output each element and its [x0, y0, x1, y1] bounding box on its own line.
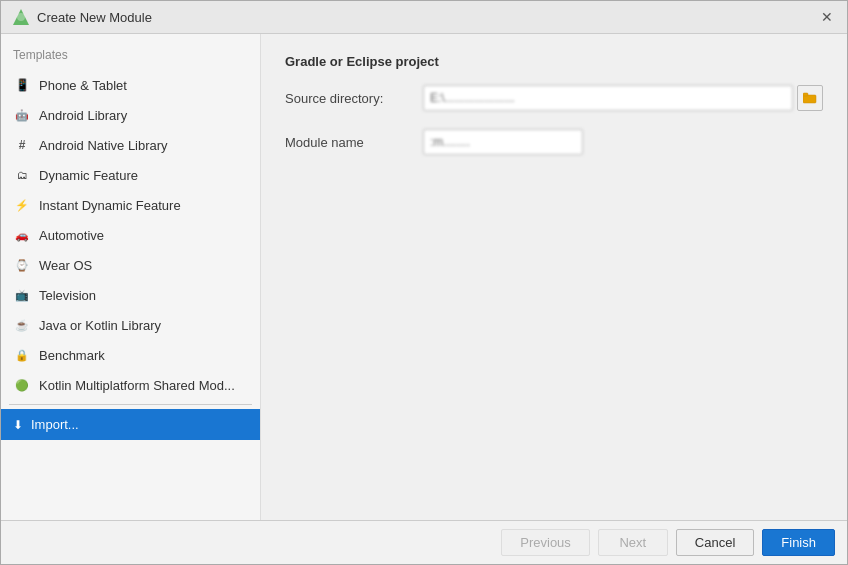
sidebar-separator: [9, 404, 252, 405]
sidebar-item-label: Kotlin Multiplatform Shared Mod...: [39, 378, 235, 393]
next-button[interactable]: Next: [598, 529, 668, 556]
sidebar-item-kotlin-multiplatform[interactable]: Kotlin Multiplatform Shared Mod...: [1, 370, 260, 400]
sidebar-item-java-kotlin[interactable]: Java or Kotlin Library: [1, 310, 260, 340]
java-icon: [13, 316, 31, 334]
source-directory-label: Source directory:: [285, 91, 415, 106]
tv-icon: [13, 286, 31, 304]
section-title: Gradle or Eclipse project: [285, 54, 823, 69]
close-button[interactable]: ✕: [817, 8, 837, 26]
native-icon: [13, 136, 31, 154]
phone-icon: [13, 76, 31, 94]
previous-button[interactable]: Previous: [501, 529, 590, 556]
benchmark-icon: [13, 346, 31, 364]
browse-button[interactable]: [797, 85, 823, 111]
sidebar: Templates Phone & Tablet Android Library…: [1, 34, 261, 520]
sidebar-item-label: Wear OS: [39, 258, 92, 273]
titlebar: Create New Module ✕: [1, 1, 847, 34]
sidebar-item-label: Television: [39, 288, 96, 303]
source-directory-input[interactable]: [423, 85, 793, 111]
sidebar-item-automotive[interactable]: Automotive: [1, 220, 260, 250]
sidebar-item-android-library[interactable]: Android Library: [1, 100, 260, 130]
module-name-row: Module name: [285, 129, 823, 155]
sidebar-item-instant-dynamic[interactable]: Instant Dynamic Feature: [1, 190, 260, 220]
sidebar-item-android-native[interactable]: Android Native Library: [1, 130, 260, 160]
finish-button[interactable]: Finish: [762, 529, 835, 556]
footer: Previous Next Cancel Finish: [1, 520, 847, 564]
sidebar-item-benchmark[interactable]: Benchmark: [1, 340, 260, 370]
sidebar-item-label: Automotive: [39, 228, 104, 243]
sidebar-item-phone-tablet[interactable]: Phone & Tablet: [1, 70, 260, 100]
sidebar-item-label: Phone & Tablet: [39, 78, 127, 93]
main-panel: Gradle or Eclipse project Source directo…: [261, 34, 847, 520]
sidebar-item-wear-os[interactable]: Wear OS: [1, 250, 260, 280]
templates-label: Templates: [1, 34, 260, 70]
sidebar-item-label: Benchmark: [39, 348, 105, 363]
folder-icon: [803, 92, 817, 104]
content-area: Templates Phone & Tablet Android Library…: [1, 34, 847, 520]
sidebar-item-label: Android Library: [39, 108, 127, 123]
sidebar-item-label: Java or Kotlin Library: [39, 318, 161, 333]
import-icon: [13, 417, 23, 432]
kotlin-icon: [13, 376, 31, 394]
instant-icon: [13, 196, 31, 214]
sidebar-item-import[interactable]: Import...: [1, 409, 260, 440]
dynamic-icon: [13, 166, 31, 184]
dialog-title: Create New Module: [37, 10, 152, 25]
sidebar-item-label: Dynamic Feature: [39, 168, 138, 183]
auto-icon: [13, 226, 31, 244]
import-label: Import...: [31, 417, 79, 432]
dialog: Create New Module ✕ Templates Phone & Ta…: [0, 0, 848, 565]
sidebar-item-label: Instant Dynamic Feature: [39, 198, 181, 213]
wear-icon: [13, 256, 31, 274]
svg-rect-3: [803, 93, 808, 96]
svg-point-1: [17, 13, 25, 21]
module-name-label: Module name: [285, 135, 415, 150]
sidebar-item-dynamic-feature[interactable]: Dynamic Feature: [1, 160, 260, 190]
cancel-button[interactable]: Cancel: [676, 529, 754, 556]
source-directory-input-group: [423, 85, 823, 111]
sidebar-item-television[interactable]: Television: [1, 280, 260, 310]
sidebar-item-label: Android Native Library: [39, 138, 168, 153]
titlebar-left: Create New Module: [11, 7, 152, 27]
module-name-input[interactable]: [423, 129, 583, 155]
source-directory-row: Source directory:: [285, 85, 823, 111]
app-logo-icon: [11, 7, 31, 27]
android-lib-icon: [13, 106, 31, 124]
